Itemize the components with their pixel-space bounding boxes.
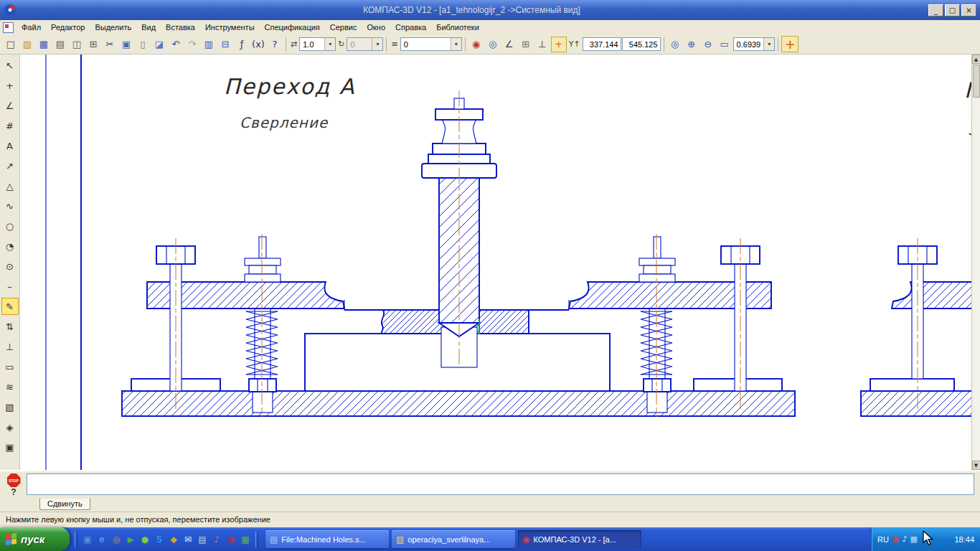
- toolbar-button[interactable]: ▨: [19, 37, 35, 52]
- drawing-tool-button[interactable]: A: [1, 137, 19, 154]
- drawing-tool-button[interactable]: ↖: [1, 57, 19, 74]
- scale-combo[interactable]: 1.0▾: [299, 37, 336, 51]
- toolbar-button[interactable]: +: [551, 37, 567, 52]
- quick-launch-icon[interactable]: ●: [138, 533, 151, 546]
- minimize-button[interactable]: _: [928, 4, 943, 17]
- toolbar-button[interactable]: ↶: [168, 37, 184, 52]
- chevron-down-icon[interactable]: ▾: [451, 38, 461, 50]
- tab-move[interactable]: Сдвинуть: [39, 498, 90, 510]
- drawing-tool-button[interactable]: ⊙: [1, 258, 19, 275]
- toolbar-button[interactable]: ◪: [151, 37, 167, 52]
- drawing-tool-button[interactable]: –: [1, 278, 19, 295]
- menu-item[interactable]: Редактор: [46, 22, 90, 33]
- scroll-up-button[interactable]: ▲: [972, 55, 980, 64]
- vertical-scrollbar[interactable]: ▲ ▼: [971, 55, 980, 470]
- drawing-tool-button[interactable]: ◔: [1, 237, 19, 255]
- menu-item[interactable]: Окно: [362, 22, 390, 33]
- drawing-tool-button[interactable]: ∿: [1, 197, 19, 215]
- maximize-button[interactable]: □: [945, 4, 960, 17]
- toolbar-button[interactable]: ?: [267, 37, 283, 52]
- menu-item[interactable]: Сервис: [325, 22, 362, 33]
- toolbar-button[interactable]: (x): [250, 37, 266, 52]
- drawing-tool-button[interactable]: ↗: [1, 157, 19, 174]
- toolbar-button[interactable]: ▤: [52, 37, 68, 52]
- menu-item[interactable]: Спецификация: [260, 22, 325, 33]
- menu-item[interactable]: Выделить: [90, 22, 136, 33]
- quick-launch-icon[interactable]: ◎: [110, 533, 123, 546]
- quick-launch-icon[interactable]: ◆: [167, 533, 180, 546]
- menu-item[interactable]: Вставка: [161, 22, 200, 33]
- drawing-tool-button[interactable]: ▣: [1, 438, 19, 456]
- drawing-tool-button[interactable]: ▭: [1, 358, 19, 375]
- stop-button[interactable]: STOP: [7, 474, 21, 487]
- drawing-tool-button[interactable]: ◈: [1, 418, 19, 435]
- drawing-tool-button[interactable]: ▧: [1, 398, 19, 415]
- toolbar-button[interactable]: □: [3, 37, 19, 52]
- toolbar-button[interactable]: ⊥: [534, 37, 550, 52]
- toolbar-button[interactable]: ⊟: [217, 37, 233, 52]
- start-button[interactable]: пуск: [0, 527, 70, 551]
- tray-icon[interactable]: ▦: [910, 534, 918, 544]
- drawing-tool-button[interactable]: ⊥: [1, 338, 19, 355]
- drawing-tool-button[interactable]: ∠: [1, 97, 19, 114]
- coordinate-y-field[interactable]: 545.125: [622, 37, 661, 51]
- menu-item[interactable]: Инструменты: [200, 22, 260, 33]
- drawing-tool-button[interactable]: ✎: [1, 298, 19, 315]
- property-bar-field[interactable]: [27, 474, 974, 495]
- drawing-tool-button[interactable]: +: [1, 77, 19, 94]
- quick-launch-icon[interactable]: ◉: [225, 533, 237, 546]
- quick-launch-icon[interactable]: ♪: [210, 533, 223, 546]
- toolbar-button[interactable]: ▯: [135, 37, 151, 52]
- help-icon[interactable]: ?: [11, 488, 16, 496]
- close-button[interactable]: ×: [961, 4, 976, 17]
- toolbar-handle[interactable]: [75, 532, 77, 547]
- chevron-down-icon[interactable]: ▾: [372, 38, 382, 50]
- zoom-tool-button[interactable]: ◎: [667, 37, 683, 52]
- drawing-canvas[interactable]: Переход А Сверление П З: [20, 55, 971, 470]
- quick-launch-icon[interactable]: ▤: [196, 533, 209, 546]
- toolbar-button[interactable]: ⊞: [85, 37, 101, 52]
- drawing-tool-button[interactable]: #: [1, 117, 19, 134]
- toolbar-button[interactable]: ↷: [184, 37, 200, 52]
- system-tray[interactable]: RU ◉ ♪ ▦ 18:44: [871, 527, 980, 551]
- toolbar-button[interactable]: ◎: [485, 37, 501, 52]
- quick-launch-icon[interactable]: ▣: [81, 533, 94, 546]
- toolbar-button[interactable]: ▥: [201, 37, 217, 52]
- scroll-down-button[interactable]: ▼: [972, 461, 980, 470]
- angle-combo[interactable]: 0▾: [347, 37, 383, 51]
- toolbar-button[interactable]: ◫: [69, 37, 85, 52]
- chevron-down-icon[interactable]: ▾: [763, 38, 774, 50]
- taskbar-task-button[interactable]: ▤ File:Machined Holes.s...: [265, 530, 389, 548]
- zoom-tool-button[interactable]: ⊖: [700, 37, 716, 52]
- language-indicator[interactable]: RU: [877, 535, 889, 544]
- document-icon[interactable]: [3, 22, 14, 33]
- toolbar-button[interactable]: ∠: [501, 37, 517, 52]
- quick-launch-icon[interactable]: S: [153, 533, 166, 546]
- toolbar-button[interactable]: ◉: [468, 37, 484, 52]
- layer-combo[interactable]: 0▾: [400, 37, 462, 51]
- drawing-tool-button[interactable]: ○: [1, 217, 19, 235]
- tray-icon[interactable]: ♪: [903, 534, 908, 544]
- zoom-tool-button[interactable]: ⊕: [684, 37, 699, 52]
- toolbar-button[interactable]: ✂: [102, 37, 118, 52]
- toolbar-handle[interactable]: [255, 532, 258, 547]
- toolbar-button[interactable]: ⊞: [518, 37, 534, 52]
- menu-item[interactable]: Файл: [17, 22, 46, 33]
- quick-launch-icon[interactable]: ▦: [239, 533, 252, 546]
- toolbar-button[interactable]: ƒ: [234, 37, 250, 52]
- zoom-tool-button[interactable]: ▭: [717, 37, 732, 52]
- zoom-combo[interactable]: 0.6939▾: [733, 37, 776, 51]
- chevron-down-icon[interactable]: ▾: [324, 38, 335, 50]
- tray-icon[interactable]: ◉: [892, 534, 900, 544]
- coordinate-x-field[interactable]: 337.144: [583, 37, 621, 51]
- quick-launch-icon[interactable]: ▶: [124, 533, 137, 546]
- quick-launch-icon[interactable]: ✉: [182, 533, 194, 546]
- taskbar-task-button[interactable]: ◉ КОМПАС-3D V12 - [a...: [518, 530, 641, 548]
- drawing-tool-button[interactable]: △: [1, 177, 19, 194]
- drawing-tool-button[interactable]: ⇅: [1, 318, 19, 335]
- taskbar-task-button[interactable]: ▨ operaciya_sverlilnaya...: [392, 530, 515, 548]
- menu-item[interactable]: Вид: [136, 22, 161, 33]
- menu-item[interactable]: Библиотеки: [431, 22, 484, 33]
- drawing-tool-button[interactable]: ≋: [1, 378, 19, 395]
- scrollbar-thumb[interactable]: [973, 65, 980, 98]
